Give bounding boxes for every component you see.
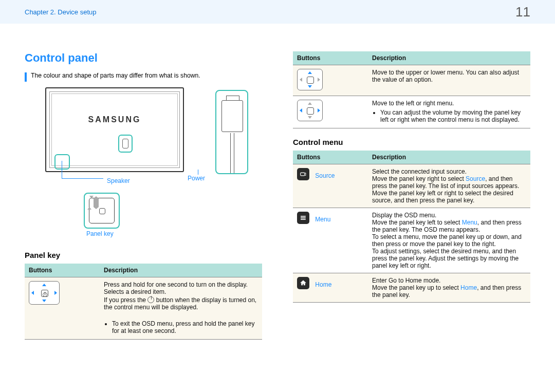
panel-key-left-right-icon [297, 100, 323, 121]
direction-table: Buttons Description Move to the upper or… [293, 51, 530, 128]
home-button-cell: Home [293, 273, 368, 303]
speaker-label: Speaker [107, 177, 130, 184]
th-buttons: Buttons [293, 151, 368, 164]
menu-icon [297, 212, 309, 224]
th-description: Description [368, 151, 530, 164]
menu-button-cell: Menu [293, 208, 368, 273]
home-desc: Enter Go to Home mode. Move the panel ke… [368, 273, 530, 303]
lead-text: The colour and shape of parts may differ… [31, 72, 200, 79]
desc-line: Move the panel key left to select Menu, … [372, 219, 526, 233]
panel-key-highlight [118, 135, 133, 153]
control-menu-heading: Control menu [293, 138, 530, 146]
desc-line: Selects a desired item. [104, 288, 258, 295]
control-menu-table: Buttons Description Source Select the co… [293, 151, 530, 303]
panel-key-heading: Panel key [25, 251, 262, 259]
device-logo: SAMSUNG [46, 115, 183, 124]
left-column: Control panel The colour and shape of pa… [25, 51, 262, 340]
th-buttons: Buttons [25, 264, 100, 277]
desc-line: Move the panel key up to select Home, an… [372, 284, 526, 298]
source-name: Source [315, 172, 335, 179]
home-icon [297, 277, 309, 289]
th-description: Description [100, 264, 262, 277]
desc-line: Display the OSD menu. [372, 212, 526, 219]
desc-line: Move to the left or right menu. [372, 100, 526, 107]
manual-page: Chapter 2. Device setup 11 Control panel… [0, 0, 555, 392]
power-icon [147, 296, 154, 303]
panel-key-icon-cell [25, 277, 100, 340]
desc-line: Press and hold for one second to turn on… [104, 281, 258, 288]
home-name: Home [315, 281, 331, 288]
power-highlight [215, 90, 248, 174]
menu-desc: Display the OSD menu. Move the panel key… [368, 208, 530, 273]
panel-key-all-directions-icon [29, 281, 60, 305]
desc-line: Enter Go to Home mode. [372, 277, 526, 284]
desc-line: Select the connected input source. [372, 168, 526, 175]
svg-rect-1 [301, 216, 305, 217]
panel-key-zoom [84, 193, 120, 229]
svg-rect-3 [301, 219, 305, 219]
power-label: Power [188, 175, 205, 182]
up-down-icon-cell [293, 65, 368, 96]
source-desc: Select the connected input source. Move … [368, 164, 530, 208]
page-title: Control panel [25, 51, 262, 65]
device-illustration: SAMSUNG Speaker Power Panel key [45, 87, 225, 241]
left-right-desc: Move to the left or right menu. You can … [368, 96, 530, 128]
svg-rect-0 [301, 173, 305, 176]
panel-key-table: Buttons Description Press and hold for o… [25, 264, 262, 340]
bullet: To exit the OSD menu, press and hold the… [112, 320, 258, 334]
page-header: Chapter 2. Device setup 11 [0, 0, 555, 24]
panel-key-label: Panel key [86, 230, 114, 237]
lead-note: The colour and shape of parts may differ… [25, 72, 262, 85]
desc-line: Move the panel key right to select Sourc… [372, 175, 526, 204]
svg-rect-2 [301, 217, 305, 218]
source-button-cell: Source [293, 164, 368, 208]
left-right-icon-cell [293, 96, 368, 128]
device-body: SAMSUNG [45, 87, 184, 172]
desc-line: To adjust settings, select the desired m… [372, 248, 526, 269]
power-icon [41, 290, 48, 297]
desc-line: To select a menu, move the panel key up … [372, 233, 526, 248]
th-description: Description [368, 51, 530, 65]
panel-key-desc: Press and hold for one second to turn on… [100, 277, 262, 315]
right-column: Buttons Description Move to the upper or… [293, 51, 530, 340]
bullet: You can adjust the volume by moving the … [380, 109, 526, 123]
source-icon [297, 168, 309, 180]
panel-key-up-down-icon [297, 69, 323, 90]
page-number: 11 [515, 4, 530, 20]
panel-key-note: To exit the OSD menu, press and hold the… [100, 314, 262, 340]
desc-line: If you press the button when the display… [104, 295, 258, 311]
up-down-desc: Move to the upper or lower menu. You can… [368, 65, 530, 96]
th-buttons: Buttons [293, 51, 368, 65]
menu-name: Menu [315, 216, 330, 223]
chapter-label: Chapter 2. Device setup [25, 8, 96, 16]
